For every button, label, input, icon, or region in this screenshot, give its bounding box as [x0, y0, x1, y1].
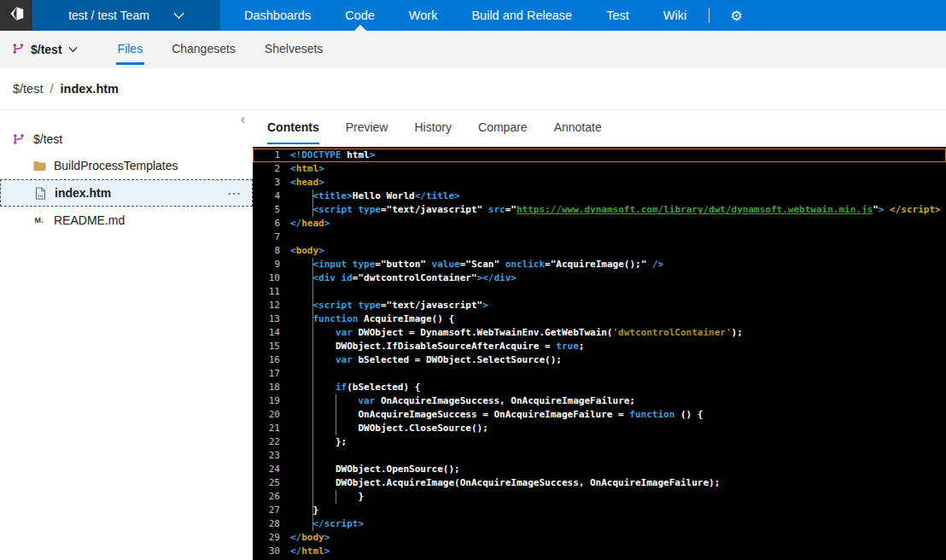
azure-devops-logo[interactable]: [0, 0, 32, 31]
code-line-text: <script type="text/javascript">: [290, 299, 946, 312]
code-line[interactable]: 5 <script type="text/javascript" src="ht…: [253, 203, 946, 217]
code-line[interactable]: 6</head>: [253, 217, 946, 230]
code-line[interactable]: 3<head>: [253, 176, 946, 190]
sidebar-item-readme-md[interactable]: M↓README.md: [0, 207, 253, 233]
file-tab-annotate[interactable]: Annotate: [554, 110, 602, 147]
nav-item-dashboards[interactable]: Dashboards: [227, 0, 328, 31]
nav-item-test[interactable]: Test: [589, 0, 646, 31]
line-number: 24: [253, 463, 280, 476]
code-line[interactable]: 23: [253, 449, 946, 463]
file-tab-compare[interactable]: Compare: [478, 110, 528, 147]
nav-item-build-and-release[interactable]: Build and Release: [454, 0, 589, 31]
repo-selector[interactable]: $/test: [12, 43, 78, 57]
repo-pivot-bar: $/test FilesChangesetsShelvesets: [0, 31, 946, 68]
code-line[interactable]: 19 var OnAcquireImageSuccess, OnAcquireI…: [253, 394, 946, 408]
code-line[interactable]: 28 </script>: [253, 517, 946, 531]
code-line[interactable]: 30</html>: [253, 545, 946, 558]
line-number: 21: [253, 422, 280, 435]
indent-guide: [312, 381, 313, 394]
code-editor[interactable]: 1<!DOCTYPE html>2<html>3<head>4 <title>H…: [253, 147, 946, 560]
folder-icon: [32, 160, 46, 172]
code-line[interactable]: 15 DWObject.IfDisableSourceAfterAcquire …: [253, 340, 946, 353]
code-token: DWObject.CloseSource();: [290, 423, 488, 434]
more-options-button[interactable]: ···: [228, 187, 242, 200]
code-token: <!DOCTYPE: [290, 149, 347, 160]
code-token: <script type: [313, 300, 381, 311]
code-line-text: <div id="dwtcontrolContainer"></div>: [290, 271, 946, 285]
code-line[interactable]: 26 }: [253, 490, 946, 504]
indent-guide: [312, 422, 313, 435]
code-token: </: [290, 532, 301, 543]
settings-gear-icon[interactable]: ⚙: [721, 0, 750, 31]
code-line[interactable]: 25 DWObject.AcquireImage(OnAcquireImageS…: [253, 476, 946, 490]
sidebar-item-buildprocesstemplates[interactable]: BuildProcessTemplates: [0, 153, 253, 178]
code-line[interactable]: 29</body>: [253, 531, 946, 545]
code-line[interactable]: 18 if(bSelected) {: [253, 381, 946, 394]
indent-guide: [336, 422, 336, 435]
sidebar-item-label: BuildProcessTemplates: [54, 159, 178, 172]
sidebar-item-test[interactable]: $/test: [0, 126, 253, 152]
code-token: ="AcquireImage();": [545, 259, 652, 270]
code-line-text: var OnAcquireImageSuccess, OnAcquireImag…: [290, 394, 946, 408]
nav-item-code[interactable]: Code: [328, 0, 392, 31]
line-number: 23: [253, 449, 280, 463]
breadcrumb-parent[interactable]: $/test: [13, 82, 43, 96]
code-token: <title>: [313, 190, 353, 201]
code-token: >: [324, 532, 330, 543]
repo-tabs: FilesChangesetsShelvesets: [103, 31, 338, 68]
code-line[interactable]: 22 };: [253, 435, 946, 449]
file-viewer: ContentsPreviewHistoryCompareAnnotate 1<…: [253, 110, 946, 560]
indent-guide: [312, 190, 313, 203]
repo-tab-shelvesets[interactable]: Shelvesets: [265, 31, 323, 68]
file-tab-contents[interactable]: Contents: [267, 110, 319, 147]
code-token: src: [488, 204, 505, 215]
code-line-text: };: [290, 435, 946, 449]
code-line[interactable]: 9 <input type="button" value="Scan" oncl…: [253, 258, 946, 271]
repo-tab-files[interactable]: Files: [118, 31, 143, 68]
code-line[interactable]: 14 var DWObject = Dynamsoft.WebTwainEnv.…: [253, 326, 946, 340]
code-line[interactable]: 24 DWObject.OpenSource();: [253, 463, 946, 476]
nav-item-work[interactable]: Work: [392, 0, 455, 31]
code-line[interactable]: 7: [253, 230, 946, 244]
project-selector[interactable]: test / test Team: [32, 0, 220, 31]
code-line[interactable]: 11: [253, 285, 946, 299]
code-line[interactable]: 27 }: [253, 504, 946, 517]
indent-guide: [312, 299, 313, 312]
code-token: DWObject.OpenSource();: [290, 464, 460, 475]
file-code-icon: [33, 187, 47, 200]
nav-item-wiki[interactable]: Wiki: [646, 0, 704, 31]
file-tab-preview[interactable]: Preview: [346, 110, 388, 147]
sidebar-item-index-htm[interactable]: index.htm···: [0, 179, 253, 207]
code-token: <: [290, 163, 296, 174]
sidebar-item-label: README.md: [54, 213, 125, 227]
sidebar-collapse-button[interactable]: ‹: [241, 114, 245, 125]
repo-tab-changesets[interactable]: Changesets: [172, 31, 236, 68]
code-token: </title>: [415, 190, 460, 201]
line-number: 28: [253, 517, 280, 531]
code-line-text: if(bSelected) {: [290, 381, 946, 394]
code-line[interactable]: 1<!DOCTYPE html>: [253, 149, 946, 162]
code-line[interactable]: 12 <script type="text/javascript">: [253, 299, 946, 312]
line-number: 17: [253, 367, 280, 381]
chevron-down-icon: [68, 46, 78, 53]
code-token: ="text/javascript": [381, 204, 488, 215]
code-line[interactable]: 8<body>: [253, 244, 946, 258]
indent-guide: [312, 258, 313, 271]
code-token: [290, 395, 358, 406]
code-line[interactable]: 16 var bSelected = DWObject.SelectSource…: [253, 353, 946, 367]
code-token: >: [482, 300, 488, 311]
code-token: value: [432, 259, 460, 270]
code-line[interactable]: 21 DWObject.CloseSource();: [253, 422, 946, 435]
code-line[interactable]: 4 <title>Hello World</title>: [253, 190, 946, 203]
code-line[interactable]: 10 <div id="dwtcontrolContainer"></div>: [253, 271, 946, 285]
code-line[interactable]: 2<html>: [253, 162, 946, 176]
file-tab-history[interactable]: History: [414, 110, 452, 147]
code-line[interactable]: 13 function AcquireImage() {: [253, 312, 946, 326]
file-tabs: ContentsPreviewHistoryCompareAnnotate: [253, 110, 946, 147]
code-token: OnAcquireImageSuccess = OnAcquireImageFa…: [290, 409, 629, 420]
code-line[interactable]: 17: [253, 367, 946, 381]
sidebar-item-label: index.htm: [55, 186, 111, 200]
code-token: <: [290, 245, 296, 256]
code-token: var: [358, 395, 375, 406]
code-line[interactable]: 20 OnAcquireImageSuccess = OnAcquireImag…: [253, 408, 946, 422]
